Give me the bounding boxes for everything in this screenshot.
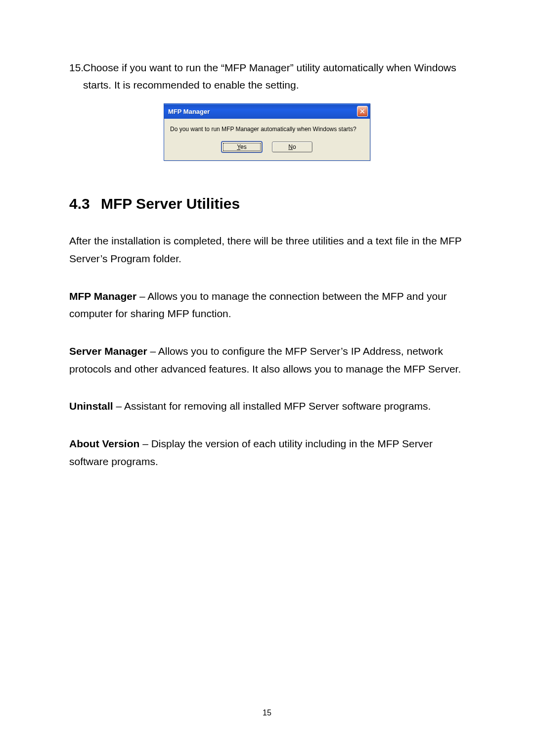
no-button[interactable]: No [272, 142, 312, 152]
dialog-button-row: Yes No [170, 142, 364, 152]
about-version-paragraph: About Version – Display the version of e… [69, 435, 465, 470]
document-page: 15. Choose if you want to run the “MFP M… [0, 0, 534, 756]
yes-button[interactable]: Yes [222, 142, 262, 152]
section-title: MFP Server Utilities [101, 195, 240, 212]
section-number: 4.3 [69, 195, 101, 212]
section-heading: 4.3MFP Server Utilities [69, 195, 465, 212]
uninstall-label: Uninstall [69, 400, 113, 412]
no-mnemonic: N [288, 143, 293, 150]
yes-rest: es [240, 143, 247, 150]
dialog-titlebar: MFP Manager ✕ [164, 104, 370, 119]
dialog-screenshot: MFP Manager ✕ Do you want to run MFP Man… [69, 103, 465, 161]
mfp-manager-paragraph: MFP Manager – Allows you to manage the c… [69, 287, 465, 323]
mfp-manager-dialog: MFP Manager ✕ Do you want to run MFP Man… [164, 103, 370, 161]
server-manager-paragraph: Server Manager – Allows you to configure… [69, 342, 465, 378]
page-number: 15 [0, 709, 534, 717]
mfp-manager-label: MFP Manager [69, 290, 136, 302]
close-button[interactable]: ✕ [357, 106, 368, 117]
intro-paragraph: After the installation is completed, the… [69, 232, 465, 267]
uninstall-text: – Assistant for removing all installed M… [113, 400, 431, 412]
about-version-label: About Version [69, 438, 139, 449]
dialog-body: Do you want to run MFP Manager automatic… [164, 119, 370, 160]
server-manager-label: Server Manager [69, 345, 147, 357]
step-15: 15. Choose if you want to run the “MFP M… [69, 59, 465, 94]
dialog-message: Do you want to run MFP Manager automatic… [170, 126, 364, 133]
uninstall-paragraph: Uninstall – Assistant for removing all i… [69, 397, 465, 415]
step-number: 15. [69, 59, 83, 94]
step-text: Choose if you want to run the “MFP Manag… [83, 59, 465, 94]
no-rest: o [293, 143, 296, 150]
dialog-title: MFP Manager [168, 108, 210, 115]
close-icon: ✕ [359, 108, 365, 115]
